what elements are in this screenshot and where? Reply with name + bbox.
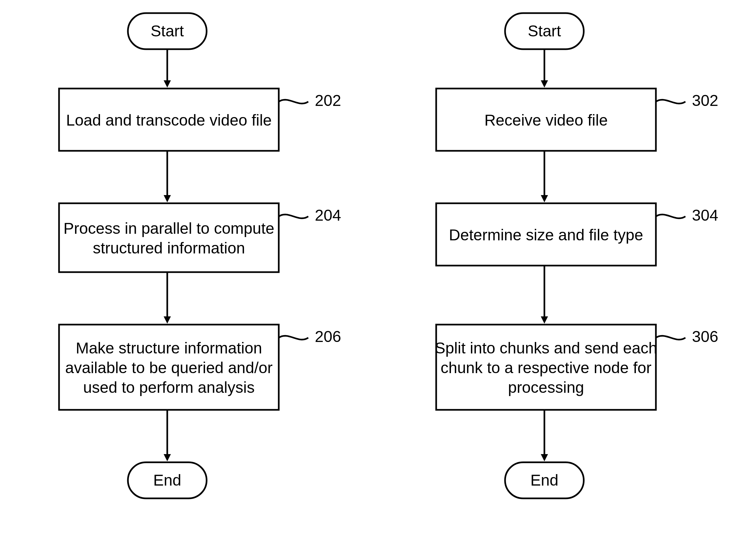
label-connector	[279, 336, 308, 340]
label-connector	[656, 336, 686, 340]
right-end-node: End	[505, 462, 584, 498]
flowchart-svg: Start Load and transcode video file 202 …	[0, 0, 751, 560]
left-step3-node: Make structure information available to …	[59, 325, 279, 410]
left-step1-node: Load and transcode video file	[59, 88, 279, 151]
label-connector	[279, 100, 308, 104]
right-step3-label: 306	[692, 328, 718, 345]
right-step2-label: 304	[692, 206, 718, 224]
right-step3-line2: chunk to a respective node for	[440, 359, 651, 376]
left-step3-line3: used to perform analysis	[83, 379, 255, 396]
flowchart-right: Start Receive video file 302 Determine s…	[435, 13, 718, 498]
right-step3-line1: Split into chunks and send each	[435, 339, 657, 357]
right-step1-text: Receive video file	[485, 112, 608, 129]
left-step1-text: Load and transcode video file	[66, 112, 272, 129]
left-step2-line2: structured information	[93, 239, 245, 257]
right-step1-label: 302	[692, 92, 718, 109]
flowchart-left: Start Load and transcode video file 202 …	[59, 13, 341, 498]
label-connector	[279, 215, 308, 218]
right-step2-text: Determine size and file type	[449, 226, 643, 244]
left-step2-line1: Process in parallel to compute	[64, 220, 275, 237]
right-start-node: Start	[505, 13, 584, 49]
left-end-text: End	[153, 472, 181, 489]
flowchart-page: Start Load and transcode video file 202 …	[0, 0, 751, 560]
left-start-node: Start	[128, 13, 206, 49]
svg-rect-2	[59, 203, 279, 272]
right-step2-node: Determine size and file type	[436, 203, 656, 265]
right-step1-node: Receive video file	[436, 88, 656, 151]
right-end-text: End	[530, 472, 558, 489]
right-step3-node: Split into chunks and send each chunk to…	[435, 325, 657, 410]
left-end-node: End	[128, 462, 206, 498]
right-step3-line3: processing	[508, 379, 584, 396]
right-start-text: Start	[528, 22, 561, 40]
left-step1-label: 202	[315, 92, 341, 109]
left-step2-label: 204	[315, 206, 341, 224]
label-connector	[656, 215, 686, 218]
label-connector	[656, 100, 686, 104]
left-step3-line2: available to be queried and/or	[65, 359, 273, 376]
left-step3-line1: Make structure information	[76, 339, 262, 357]
left-step2-node: Process in parallel to compute structure…	[59, 203, 279, 272]
left-step3-label: 206	[315, 328, 341, 345]
left-start-text: Start	[151, 22, 184, 40]
